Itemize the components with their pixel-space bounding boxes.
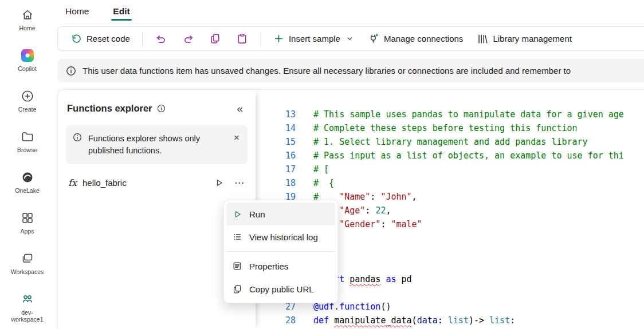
code-text: # Complete these steps before testing th… <box>313 123 578 133</box>
menu-item-view-historical-log-label: View historical log <box>249 232 318 242</box>
line-number: 18 <box>256 176 296 190</box>
sidebar-item-dev-workspace1[interactable]: dev-workspace1 <box>0 288 54 328</box>
home-icon <box>20 7 35 22</box>
sidebar-item-label: Copilot <box>18 65 37 72</box>
content-card: Functions explorer « Functions expl <box>57 89 644 329</box>
page: Home Copilot Create Browse <box>0 0 644 329</box>
line-number: 17 <box>256 162 296 176</box>
workspace-people-icon <box>20 292 35 307</box>
library-management-label: Library management <box>493 34 572 43</box>
info-icon <box>73 133 82 157</box>
toolbar-divider <box>142 31 143 46</box>
manage-connections-button[interactable]: Manage connections <box>360 29 470 49</box>
line-number: 14 <box>256 121 296 135</box>
notice-text: Functions explorer shows only published … <box>88 133 205 157</box>
code-line[interactable]: 14# Complete these steps before testing … <box>256 121 644 135</box>
sidebar-item-label: Apps <box>21 228 34 235</box>
plus-icon <box>273 33 284 44</box>
sidebar-item-label: Create <box>18 106 37 113</box>
code-line[interactable]: 28def manipulate_data(data: list)-> list… <box>256 314 644 327</box>
sidebar-item-label: Workspaces <box>11 268 44 275</box>
published-functions-notice: Functions explorer shows only published … <box>66 125 248 164</box>
menu-divider <box>227 251 335 252</box>
fx-icon: fx <box>68 177 77 188</box>
undo-icon <box>155 33 167 45</box>
function-name: hello_fabric <box>83 178 127 188</box>
tab-home-label: Home <box>65 6 89 17</box>
function-list-item[interactable]: fx hello_fabric ⋯ <box>58 168 256 195</box>
ribbon-toolbar: Reset code <box>57 26 644 51</box>
code-line[interactable]: 13# This sample uses pandas to manipulat… <box>256 108 644 121</box>
more-options-button[interactable]: ⋯ <box>233 177 245 189</box>
sidebar-item-copilot[interactable]: Copilot <box>0 44 54 85</box>
collapse-panel-button[interactable]: « <box>233 102 246 115</box>
code-text: # [ <box>313 164 329 175</box>
create-plus-icon <box>20 89 35 104</box>
toolbar-divider <box>261 31 261 46</box>
ribbon-tabs: Home Edit <box>54 0 644 23</box>
chevron-down-icon <box>346 35 354 42</box>
library-management-button[interactable]: Library management <box>470 29 579 49</box>
line-number: 16 <box>256 149 296 162</box>
sidebar-item-browse[interactable]: Browse <box>0 125 54 166</box>
sidebar-item-onelake[interactable]: OneLake <box>0 166 54 207</box>
folder-icon <box>20 129 35 144</box>
close-icon[interactable]: × <box>233 133 241 142</box>
menu-item-view-historical-log[interactable]: View historical log <box>226 225 335 248</box>
paste-button[interactable] <box>229 29 256 49</box>
code-text: # Pass input as a list of objects, an ex… <box>313 150 624 161</box>
menu-item-copy-public-url[interactable]: Copy public URL <box>226 278 335 300</box>
line-number: 15 <box>256 135 296 149</box>
historical-log-icon <box>231 232 243 242</box>
unsaved-changes-banner: This user data functions item has unsave… <box>57 59 644 82</box>
paste-icon <box>236 33 248 45</box>
properties-icon <box>231 261 243 271</box>
menu-item-run-label: Run <box>249 209 265 219</box>
tab-edit-label: Edit <box>113 6 129 17</box>
code-line[interactable]: 18# { <box>256 176 644 190</box>
undo-button[interactable] <box>148 29 175 49</box>
insert-sample-button[interactable]: Insert sample <box>266 29 360 48</box>
code-text: # This sample uses pandas to manipulate … <box>313 109 624 120</box>
line-number: 13 <box>256 108 296 121</box>
tab-home[interactable]: Home <box>64 0 91 23</box>
onelake-icon <box>20 170 35 185</box>
sidebar-item-label: Home <box>19 25 35 31</box>
manage-connections-label: Manage connections <box>384 34 463 43</box>
main-area: Home Edit Reset code <box>54 0 644 329</box>
copy-icon <box>209 33 221 45</box>
copy-link-icon <box>231 284 243 294</box>
sidebar-item-create[interactable]: Create <box>0 85 54 125</box>
menu-item-properties[interactable]: Properties <box>226 255 335 278</box>
sidebar-item-apps[interactable]: Apps <box>0 207 54 247</box>
run-function-button[interactable] <box>213 177 225 189</box>
code-line[interactable]: 15# 1. Select library management and add… <box>256 135 644 149</box>
manage-connections-icon <box>367 33 379 45</box>
sidebar-item-label: dev-workspace1 <box>6 309 49 323</box>
redo-icon <box>182 33 194 45</box>
sidebar-item-workspaces[interactable]: Workspaces <box>0 247 54 288</box>
copy-button[interactable] <box>202 29 229 49</box>
reset-code-button[interactable]: Reset code <box>64 29 137 49</box>
insert-sample-label: Insert sample <box>289 34 340 43</box>
reset-icon <box>70 33 82 45</box>
info-icon <box>157 104 166 113</box>
code-line[interactable]: 17# [ <box>256 162 644 176</box>
code-text: # { <box>313 178 334 188</box>
redo-button[interactable] <box>175 29 202 49</box>
library-icon <box>477 33 488 45</box>
sidebar-item-home[interactable]: Home <box>0 3 54 44</box>
app-rail: Home Copilot Create Browse <box>0 0 54 329</box>
sidebar-item-label: OneLake <box>15 187 40 194</box>
copilot-icon <box>20 48 35 63</box>
tab-edit[interactable]: Edit <box>111 0 131 23</box>
menu-item-run[interactable]: Run <box>226 203 335 225</box>
info-icon <box>66 66 76 76</box>
code-text: # 1. Select library management and add p… <box>313 137 588 147</box>
menu-item-copy-public-url-label: Copy public URL <box>249 284 314 294</box>
context-menu: Run View historical log Properties <box>223 200 338 303</box>
reset-code-label: Reset code <box>87 34 130 43</box>
code-line[interactable]: 16# Pass input as a list of objects, an … <box>256 149 644 162</box>
panel-header: Functions explorer « <box>58 90 256 121</box>
code-text: def manipulate_data(data: list)-> list: <box>313 315 515 326</box>
